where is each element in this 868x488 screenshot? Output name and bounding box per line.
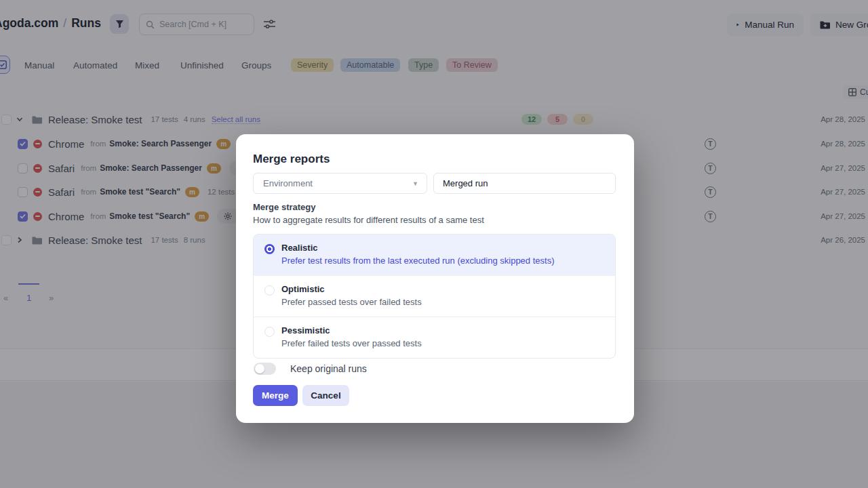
option-realistic[interactable]: Realistic Prefer test results from the l… [254,235,615,276]
toggle-knob [255,364,264,373]
merge-button[interactable]: Merge [253,385,298,406]
merged-run-name-input[interactable] [433,173,616,194]
option-name: Optimistic [281,284,422,294]
option-name: Realistic [281,243,554,253]
cancel-button[interactable]: Cancel [302,385,349,406]
option-name: Pessimistic [281,325,422,336]
option-desc: Prefer passed tests over failed tests [281,297,422,307]
option-desc: Prefer test results from the last execut… [281,256,554,266]
environment-select[interactable]: Environment ▼ [253,173,427,194]
option-desc: Prefer failed tests over passed tests [281,338,422,348]
keep-original-toggle[interactable] [254,363,276,375]
app-window: Agoda.com/Runs Manual Run New Group Manu… [0,0,868,488]
environment-select-value: Environment [263,178,313,188]
radio-icon[interactable] [264,285,275,296]
option-optimistic[interactable]: Optimistic Prefer passed tests over fail… [254,276,615,317]
merge-strategy-label: Merge strategy [253,202,315,212]
chevron-down-icon: ▼ [412,180,418,187]
keep-original-label: Keep original runs [290,363,367,374]
radio-icon[interactable] [264,327,275,337]
merge-strategy-help: How to aggregate results for different r… [253,215,484,225]
merge-reports-modal: Merge reports Environment ▼ Merge strate… [236,134,634,423]
modal-title: Merge reports [253,152,330,166]
merge-strategy-options: Realistic Prefer test results from the l… [253,234,616,359]
option-pessimistic[interactable]: Pessimistic Prefer failed tests over pas… [254,317,615,358]
radio-selected-icon[interactable] [264,244,275,254]
keep-original-runs-row: Keep original runs [254,363,367,375]
